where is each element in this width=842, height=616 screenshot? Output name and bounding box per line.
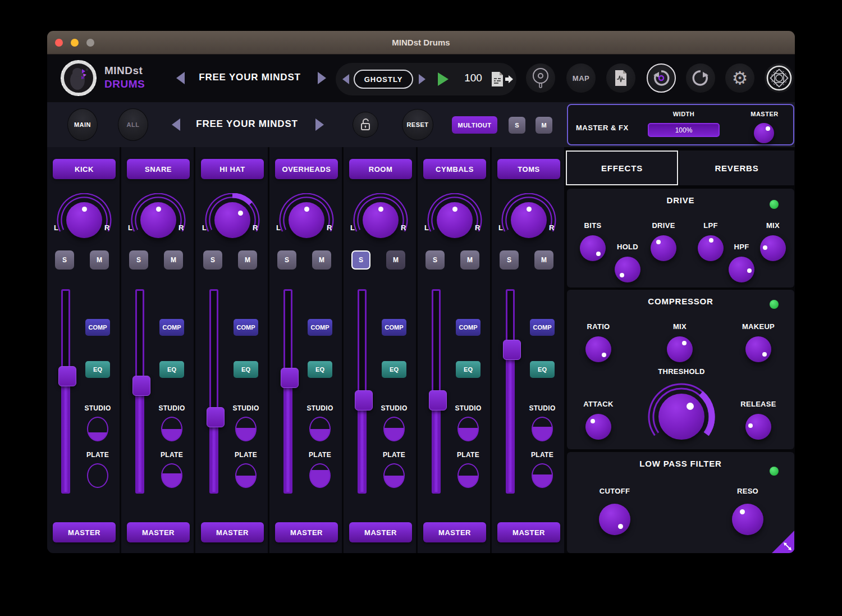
section-power-led[interactable] xyxy=(770,300,779,309)
reso-knob[interactable] xyxy=(732,504,763,535)
solo-button[interactable]: S xyxy=(351,250,370,270)
plate-send-knob[interactable] xyxy=(383,463,405,488)
eq-button[interactable]: EQ xyxy=(456,361,481,378)
solo-button[interactable]: S xyxy=(425,250,445,270)
main-layer-button[interactable]: MAIN xyxy=(67,108,98,141)
fader-track[interactable] xyxy=(283,289,292,494)
settings-button[interactable]: ⚙ xyxy=(725,63,754,93)
eq-button[interactable]: EQ xyxy=(382,361,406,378)
plate-send-knob[interactable] xyxy=(457,463,479,488)
plate-send-knob[interactable] xyxy=(87,463,108,488)
mute-button[interactable]: M xyxy=(312,250,331,270)
studio-send-knob[interactable] xyxy=(383,417,405,441)
mix-knob[interactable] xyxy=(760,235,786,261)
mute-button[interactable]: M xyxy=(164,250,183,270)
fader-handle[interactable] xyxy=(355,390,373,410)
eq-button[interactable]: EQ xyxy=(234,361,258,378)
preset-next-button[interactable] xyxy=(318,72,326,84)
attack-knob[interactable] xyxy=(585,414,611,440)
comp-button[interactable]: COMP xyxy=(159,319,184,336)
tab-reverbs[interactable]: REVERBS xyxy=(679,150,794,185)
width-slider[interactable]: 100% xyxy=(648,123,720,137)
drive-knob[interactable] xyxy=(651,235,676,261)
release-knob[interactable] xyxy=(745,414,771,440)
play-button[interactable] xyxy=(438,72,449,86)
fader-handle[interactable] xyxy=(207,407,225,427)
audio-file-button[interactable] xyxy=(606,63,635,93)
kit-selector[interactable]: GHOSTLY xyxy=(354,70,413,89)
channel-master-button[interactable]: MASTER xyxy=(201,522,264,542)
plate-send-knob[interactable] xyxy=(309,463,331,488)
threshold-knob[interactable] xyxy=(658,394,704,440)
pan-knob[interactable] xyxy=(437,202,473,238)
preset-next-button-2[interactable] xyxy=(315,118,324,131)
pan-knob[interactable] xyxy=(214,202,250,238)
comp-button[interactable]: COMP xyxy=(234,319,258,336)
hold-knob[interactable] xyxy=(615,257,640,282)
comp-button[interactable]: COMP xyxy=(308,319,332,336)
mute-button[interactable]: M xyxy=(534,250,553,270)
eq-button[interactable]: EQ xyxy=(85,361,110,378)
section-power-led[interactable] xyxy=(770,467,779,476)
solo-button[interactable]: S xyxy=(277,250,296,270)
pan-knob[interactable] xyxy=(511,202,547,238)
hpf-knob[interactable] xyxy=(729,257,754,282)
preset-name-2[interactable]: FREE YOUR MINDST xyxy=(187,118,306,130)
studio-send-knob[interactable] xyxy=(235,417,257,441)
section-power-led[interactable] xyxy=(770,200,779,209)
kit-next-button[interactable] xyxy=(419,74,425,84)
channel-name-button[interactable]: HI HAT xyxy=(201,159,264,179)
comp-button[interactable]: COMP xyxy=(382,319,406,336)
master-volume-knob[interactable] xyxy=(754,123,774,143)
eq-button[interactable]: EQ xyxy=(530,361,555,378)
eq-button[interactable]: EQ xyxy=(159,361,184,378)
makeup-knob[interactable] xyxy=(745,336,771,362)
studio-send-knob[interactable] xyxy=(532,417,553,441)
company-logo-button[interactable] xyxy=(765,63,794,93)
preset-prev-button[interactable] xyxy=(176,72,185,84)
plate-send-knob[interactable] xyxy=(235,463,257,488)
fader-handle[interactable] xyxy=(429,390,447,410)
global-mute-button[interactable]: M xyxy=(536,117,552,134)
pan-knob[interactable] xyxy=(289,202,324,238)
eq-button[interactable]: EQ xyxy=(308,361,332,378)
channel-master-button[interactable]: MASTER xyxy=(275,522,338,542)
mute-button[interactable]: M xyxy=(460,250,479,270)
plate-send-knob[interactable] xyxy=(532,463,553,488)
pattern-number[interactable]: 100 xyxy=(456,72,491,84)
reset-button[interactable]: RESET xyxy=(402,109,433,140)
comp-button[interactable]: COMP xyxy=(85,319,110,336)
global-solo-button[interactable]: S xyxy=(509,117,525,134)
studio-send-knob[interactable] xyxy=(161,417,182,441)
export-midi-icon[interactable] xyxy=(489,71,513,88)
studio-send-knob[interactable] xyxy=(309,417,331,441)
channel-name-button[interactable]: ROOM xyxy=(349,159,412,179)
channel-name-button[interactable]: KICK xyxy=(53,159,116,179)
studio-send-knob[interactable] xyxy=(457,417,479,441)
map-button[interactable]: MAP xyxy=(566,63,596,93)
studio-send-knob[interactable] xyxy=(87,417,108,441)
fader-track[interactable] xyxy=(209,289,218,494)
fader-track[interactable] xyxy=(506,289,515,494)
channel-name-button[interactable]: OVERHEADS xyxy=(275,159,338,179)
tab-effects[interactable]: EFFECTS xyxy=(566,150,678,185)
solo-button[interactable]: S xyxy=(129,250,148,270)
fader-handle[interactable] xyxy=(132,376,150,396)
plate-send-knob[interactable] xyxy=(161,463,182,488)
channel-master-button[interactable]: MASTER xyxy=(497,522,560,542)
pan-knob[interactable] xyxy=(140,202,176,238)
pan-knob[interactable] xyxy=(363,202,399,238)
comp-button[interactable]: COMP xyxy=(530,319,555,336)
fader-handle[interactable] xyxy=(281,368,299,388)
fader-handle[interactable] xyxy=(58,366,76,386)
undo-button[interactable] xyxy=(647,63,676,93)
channel-name-button[interactable]: TOMS xyxy=(497,159,560,179)
mute-button[interactable]: M xyxy=(238,250,257,270)
drum-pad-button[interactable] xyxy=(526,63,555,93)
solo-button[interactable]: S xyxy=(500,250,519,270)
channel-master-button[interactable]: MASTER xyxy=(349,522,412,542)
pan-knob[interactable] xyxy=(66,202,102,238)
cutoff-knob[interactable] xyxy=(599,504,630,535)
channel-master-button[interactable]: MASTER xyxy=(423,522,486,542)
multiout-button[interactable]: MULTIOUT xyxy=(452,116,497,134)
